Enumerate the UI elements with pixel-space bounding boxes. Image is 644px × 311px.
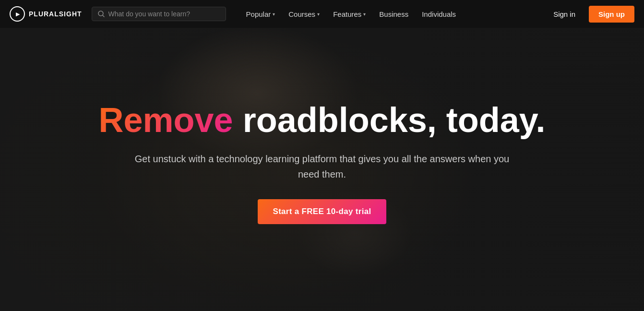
hero-title: Remove roadblocks, today. (99, 101, 546, 139)
nav-item-features[interactable]: Features ▾ (327, 6, 371, 22)
cta-button[interactable]: Start a FREE 10-day trial (258, 199, 387, 224)
chevron-down-icon: ▾ (273, 12, 275, 17)
nav-links: Popular ▾ Courses ▾ Features ▾ Business … (240, 6, 546, 22)
hero-subtitle: Get unstuck with a technology learning p… (130, 151, 514, 182)
chevron-down-icon: ▾ (317, 12, 320, 17)
logo-text: PLURALSIGHT (29, 10, 82, 18)
nav-item-business[interactable]: Business (373, 6, 414, 22)
hero-title-rest: roadblocks, today. (233, 101, 546, 139)
hero-title-highlight: Remove (99, 101, 233, 139)
search-icon (98, 11, 105, 17)
logo[interactable]: PLURALSIGHT (10, 6, 82, 22)
signup-button[interactable]: Sign up (589, 6, 634, 23)
nav-item-individuals[interactable]: Individuals (416, 6, 462, 22)
hero-section: Remove roadblocks, today. Get unstuck wi… (0, 0, 644, 311)
search-bar[interactable] (92, 7, 226, 21)
signin-button[interactable]: Sign in (546, 6, 583, 22)
chevron-down-icon: ▾ (363, 12, 366, 17)
nav-right: Sign in Sign up (546, 6, 634, 23)
main-nav: PLURALSIGHT Popular ▾ Courses ▾ Features… (0, 0, 644, 28)
search-input[interactable] (108, 10, 220, 18)
nav-item-courses[interactable]: Courses ▾ (283, 6, 325, 22)
hero-content: Remove roadblocks, today. Get unstuck wi… (80, 101, 565, 224)
logo-icon (10, 6, 25, 22)
nav-item-popular[interactable]: Popular ▾ (240, 6, 281, 22)
svg-line-1 (103, 15, 104, 17)
